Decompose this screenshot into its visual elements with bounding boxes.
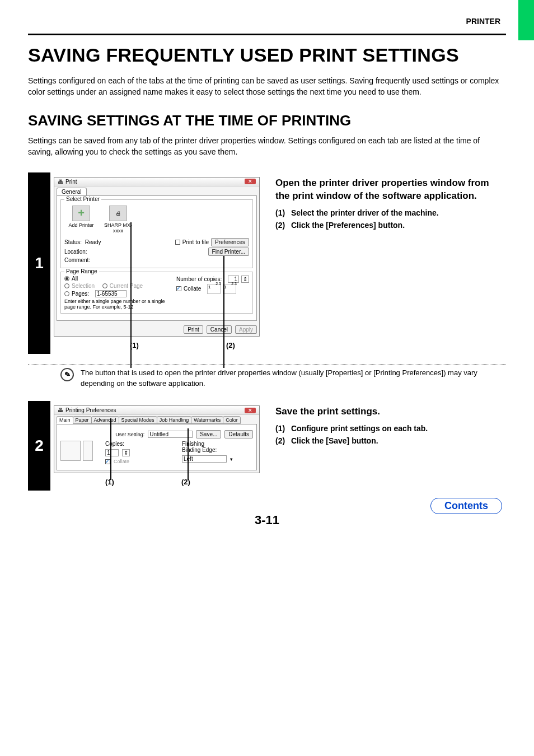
- callout-line-1: [130, 222, 132, 368]
- contents-link[interactable]: Contents: [430, 498, 502, 514]
- pencil-note-icon: ✎: [59, 366, 76, 383]
- step-2-heading: Save the print settings.: [275, 405, 498, 418]
- chevron-down-icon[interactable]: ▾: [230, 456, 233, 462]
- prefs-collate-label: Collate: [114, 459, 129, 464]
- step-1-item-1: (1)Select the printer driver of the mach…: [275, 208, 498, 217]
- intro-paragraph: Settings configured on each of the tabs …: [28, 75, 506, 98]
- dotted-separator: [28, 364, 506, 365]
- select-printer-legend: Select Printer: [64, 196, 101, 202]
- print-dialog: 🖶 Print ✕ General Select Printer +: [54, 177, 260, 337]
- binding-edge-dropdown[interactable]: Left: [182, 455, 227, 463]
- tab-job-handling[interactable]: Job Handling: [157, 416, 192, 424]
- sharp-printer-label: SHARP MX-xxxx: [102, 222, 134, 234]
- printer-glyph-icon: 🖶: [58, 407, 63, 413]
- page-number: 3-11: [28, 513, 506, 528]
- add-printer-item[interactable]: + Add Printer: [65, 206, 97, 234]
- tab-general[interactable]: General: [57, 188, 87, 195]
- print-to-file-label: Print to file: [182, 239, 209, 245]
- radio-selection-label: Selection: [72, 283, 95, 289]
- callout-line-1b: [110, 418, 111, 480]
- step-2-item-2: (2)Click the [Save] button.: [275, 436, 498, 445]
- note-text: The button that is used to open the prin…: [81, 368, 503, 389]
- print-dialog-title: Print: [65, 179, 77, 185]
- callout-label-1: (1): [130, 341, 152, 349]
- apply-button[interactable]: Apply: [235, 325, 257, 334]
- add-printer-label: Add Printer: [65, 222, 97, 228]
- prefs-copies-spinner[interactable]: ⇕: [122, 449, 130, 456]
- step-1-item-2: (2)Click the [Preferences] button.: [275, 221, 498, 230]
- prefs-collate-checkbox[interactable]: [105, 459, 110, 464]
- tab-special-modes[interactable]: Special Modes: [119, 416, 157, 424]
- radio-current-page[interactable]: [102, 283, 107, 288]
- collate-icon: 1: [223, 284, 236, 294]
- step-2-item-1: (1)Configure print settings on each tab.: [275, 424, 498, 433]
- page-title: SAVING FREQUENTLY USED PRINT SETTINGS: [28, 43, 506, 67]
- close-icon[interactable]: ✕: [245, 179, 256, 184]
- tab-watermarks[interactable]: Watermarks: [191, 416, 223, 424]
- user-setting-label: User Setting:: [115, 432, 144, 437]
- title-rule: [28, 34, 506, 35]
- callout-line-2b: [188, 428, 189, 480]
- step-1-number: 1: [28, 172, 50, 354]
- collate-icon: 1: [207, 284, 221, 294]
- prefs-copies-label: Copies:: [105, 441, 176, 447]
- note-row: ✎ The button that is used to open the pr…: [28, 368, 506, 391]
- find-printer-button[interactable]: Find Printer...: [208, 248, 249, 256]
- step-2-number: 2: [28, 401, 50, 491]
- radio-current-page-label: Current Page: [110, 283, 143, 289]
- step-1-block: 1 🖶 Print ✕ General Select Printer: [28, 172, 506, 354]
- tab-color[interactable]: Color: [223, 416, 241, 424]
- status-label: Status:: [64, 239, 82, 245]
- intro2-paragraph: Settings can be saved from any tab of th…: [28, 135, 506, 158]
- page-range-legend: Page Range: [64, 268, 99, 274]
- prefs-copies-field[interactable]: 1: [105, 449, 119, 456]
- preview-thumb-side: [83, 441, 93, 461]
- subheading: SAVING SETTINGS AT THE TIME OF PRINTING: [28, 112, 506, 129]
- print-to-file-checkbox[interactable]: [175, 240, 180, 245]
- printer-glyph-icon: 🖶: [58, 179, 63, 185]
- callout-line-2: [223, 256, 224, 368]
- collate-checkbox[interactable]: [176, 286, 181, 291]
- plus-icon: +: [78, 207, 85, 220]
- tab-advanced[interactable]: Advanced: [91, 416, 119, 424]
- printing-preferences-dialog: 🖶 Printing Preferences ✕ Main Paper Adva…: [54, 405, 260, 473]
- preferences-button[interactable]: Preferences: [211, 238, 249, 246]
- pages-hint: Enter either a single page number or a s…: [64, 298, 172, 310]
- callout-label-2: (2): [226, 341, 260, 349]
- copies-label: Number of copies:: [176, 276, 222, 282]
- radio-all[interactable]: [64, 276, 69, 281]
- radio-pages-label: Pages:: [72, 291, 89, 297]
- finishing-label: Finishing: [182, 441, 253, 447]
- prefs-dialog-title: Printing Preferences: [65, 407, 116, 413]
- cancel-button[interactable]: Cancel: [207, 325, 232, 334]
- status-value: Ready: [85, 239, 101, 245]
- sharp-printer-item[interactable]: 🖨 SHARP MX-xxxx: [102, 206, 134, 234]
- location-label: Location:: [64, 249, 87, 255]
- copies-spinner[interactable]: ⇕: [241, 276, 249, 283]
- tab-main[interactable]: Main: [57, 416, 73, 424]
- pages-field[interactable]: 1-65535: [95, 290, 127, 297]
- callout-label-2b: (2): [181, 478, 190, 486]
- preview-thumb: [60, 441, 81, 461]
- callout-label-1b: (1): [105, 478, 128, 486]
- radio-selection[interactable]: [64, 283, 69, 288]
- tab-paper[interactable]: Paper: [73, 416, 92, 424]
- binding-edge-label: Binding Edge:: [182, 447, 253, 453]
- save-button[interactable]: Save...: [196, 430, 221, 438]
- printer-icon: 🖨: [109, 206, 127, 221]
- defaults-button[interactable]: Defaults: [224, 430, 253, 438]
- step-2-block: 2 🖶 Printing Preferences ✕ Main Paper Ad…: [28, 401, 506, 491]
- print-button[interactable]: Print: [184, 325, 203, 334]
- green-accent-bar: [518, 0, 534, 40]
- step-1-heading: Open the printer driver properties windo…: [275, 177, 498, 203]
- close-icon[interactable]: ✕: [245, 408, 256, 413]
- comment-label: Comment:: [64, 257, 90, 263]
- user-setting-dropdown[interactable]: Untitled: [148, 431, 193, 438]
- collate-label: Collate: [184, 286, 201, 292]
- section-header: PRINTER: [0, 0, 534, 34]
- radio-all-label: All: [72, 276, 78, 282]
- radio-pages[interactable]: [64, 291, 69, 296]
